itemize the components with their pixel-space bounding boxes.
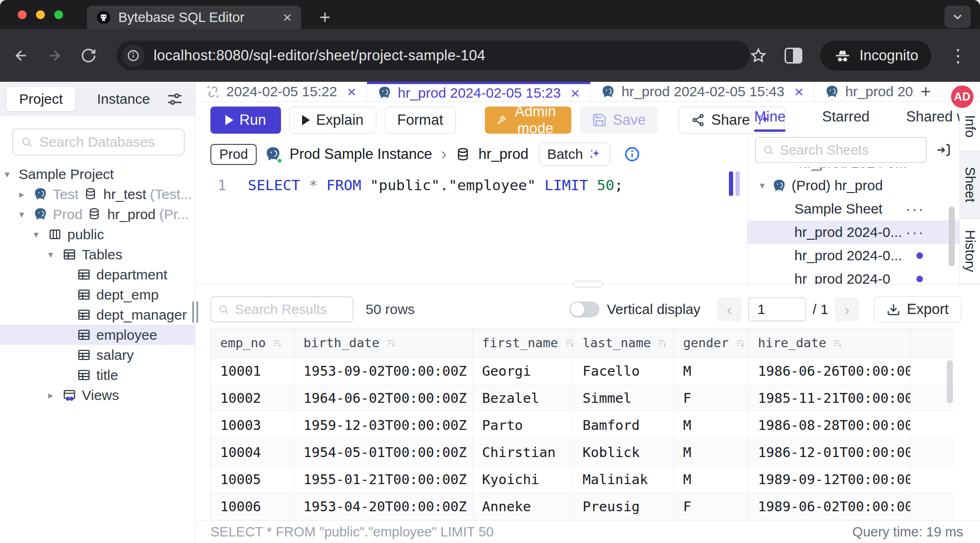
side-panel-icon[interactable] <box>785 48 802 64</box>
cell-emp_no[interactable]: 10003 <box>211 412 294 438</box>
browser-menu-icon[interactable]: ⋮ <box>949 47 967 64</box>
sheet-tab-starred[interactable]: Starred <box>822 102 870 132</box>
table-row[interactable]: 100031959-12-03T00:00:00ZPartoBamfordM19… <box>211 412 954 439</box>
explain-button[interactable]: Explain <box>289 107 376 134</box>
close-tab-icon[interactable]: × <box>570 85 580 101</box>
filter-sliders-icon[interactable] <box>166 90 184 108</box>
split-drag-handle[interactable] <box>573 281 603 287</box>
new-sheet-tab-button[interactable] <box>914 82 938 101</box>
close-tab-icon[interactable]: × <box>347 84 356 100</box>
tab-instance[interactable]: Instance <box>97 91 150 107</box>
cell-emp_no[interactable]: 10004 <box>211 439 294 465</box>
cell-first_name[interactable]: Chirstian <box>473 439 573 465</box>
browser-tab-close-icon[interactable]: × <box>283 10 292 25</box>
editor-scrollbar-marker[interactable] <box>729 171 733 196</box>
run-button[interactable]: Run <box>210 107 281 134</box>
cell-birth_date[interactable]: 1954-05-01T00:00:00Z <box>294 439 473 465</box>
tree-item-title[interactable]: title <box>0 365 195 385</box>
sort-icon[interactable] <box>832 337 843 349</box>
tree-item-sample-project[interactable]: ▾Sample Project <box>0 164 195 184</box>
caret-right-icon[interactable]: ▸ <box>19 189 33 200</box>
bookmark-star-icon[interactable] <box>750 47 767 64</box>
tab-project[interactable]: Project <box>7 87 75 111</box>
editor-tab-4[interactable]: hr_prod 2024-0 <box>814 82 914 101</box>
tree-item-views[interactable]: ▸Views <box>0 385 195 405</box>
cell-last_name[interactable]: Bamford <box>573 412 674 438</box>
caret-down-icon[interactable]: ▾ <box>19 209 33 220</box>
window-zoom-button[interactable] <box>54 10 63 19</box>
sheet-list-scrollbar-thumb[interactable] <box>949 207 955 266</box>
cell-birth_date[interactable]: 1955-01-21T00:00:00Z <box>294 466 473 493</box>
save-button[interactable]: Save <box>580 107 658 134</box>
instance-name[interactable]: Prod Sample Instance <box>289 146 432 163</box>
cell-emp_no[interactable]: 10005 <box>211 466 294 493</box>
tab-search-chevron-button[interactable] <box>944 6 971 28</box>
cell-hire_date[interactable]: 1989-09-12T00:00:00Z <box>749 466 911 493</box>
tree-item-salary[interactable]: salary <box>0 345 195 365</box>
column-header-first_name[interactable]: first_name <box>473 329 573 357</box>
column-header-emp_no[interactable]: emp_no <box>211 329 294 357</box>
cell-gender[interactable]: M <box>674 439 749 465</box>
cell-hire_date[interactable]: 1985-11-21T00:00:00Z <box>749 385 911 411</box>
table-row[interactable]: 100061953-04-20T00:00:00ZAnnekePreusigF1… <box>211 493 954 520</box>
cell-birth_date[interactable]: 1953-09-02T00:00:00Z <box>294 357 473 384</box>
cell-hire_date[interactable]: 1989-06-02T00:00:00Z <box>749 493 911 520</box>
tree-item-dept-manager[interactable]: dept_manager <box>0 305 195 325</box>
cell-first_name[interactable]: Anneke <box>473 493 573 520</box>
results-search-input[interactable] <box>235 302 346 317</box>
sort-icon[interactable] <box>735 337 746 349</box>
url-text[interactable]: localhost:8080/sql-editor/sheet/project-… <box>154 47 485 64</box>
page-number-input[interactable] <box>748 297 806 322</box>
cell-last_name[interactable]: Preusig <box>573 493 674 520</box>
database-search-input[interactable] <box>39 134 176 150</box>
side-tab-history[interactable]: History <box>960 219 980 284</box>
cell-emp_no[interactable]: 10002 <box>211 385 294 411</box>
cell-birth_date[interactable]: 1953-04-20T00:00:00Z <box>294 493 473 520</box>
caret-right-icon[interactable]: ▸ <box>48 390 62 401</box>
database-name[interactable]: hr_prod <box>478 146 528 163</box>
cell-emp_no[interactable]: 10006 <box>211 493 294 520</box>
browser-tab[interactable]: Bytebase SQL Editor × <box>87 6 301 29</box>
column-header-hire_date[interactable]: hire_date <box>749 329 911 357</box>
tree-item-department[interactable]: department <box>0 264 195 285</box>
cell-birth_date[interactable]: 1964-06-02T00:00:00Z <box>294 385 473 411</box>
close-tab-icon[interactable]: × <box>794 84 804 100</box>
caret-down-icon[interactable]: ▾ <box>5 169 19 180</box>
cell-last_name[interactable]: Facello <box>573 357 674 384</box>
cell-gender[interactable]: M <box>674 357 749 384</box>
sheet-item-menu-icon[interactable]: ··· <box>906 200 925 218</box>
previous-page-button[interactable]: ‹ <box>717 297 742 322</box>
sheet-tab-mine[interactable]: Mine <box>754 102 785 132</box>
admin-mode-button[interactable]: Admin mode <box>485 107 571 134</box>
column-header-gender[interactable]: gender <box>674 329 749 357</box>
tree-item-hr-prod[interactable]: ▾Prodhr_prod(Pr... <box>0 204 195 224</box>
table-row[interactable]: 100021964-06-02T00:00:00ZBezalelSimmelF1… <box>211 385 954 412</box>
side-tab-info[interactable]: Info <box>960 102 980 151</box>
cell-first_name[interactable]: Georgi <box>473 357 573 384</box>
batch-button[interactable]: Batch <box>539 143 610 166</box>
cell-hire_date[interactable]: 1986-12-01T00:00:00Z <box>749 439 911 465</box>
info-icon[interactable] <box>624 146 641 163</box>
sheet-item-menu-icon[interactable]: ··· <box>906 224 925 241</box>
sql-statement-line[interactable]: SELECT * FROM "public"."employee" LIMIT … <box>195 170 747 193</box>
cell-gender[interactable]: F <box>674 385 749 411</box>
side-tab-sheet[interactable]: Sheet <box>960 151 980 219</box>
cell-gender[interactable]: M <box>674 412 749 438</box>
vertical-display-toggle[interactable] <box>569 301 599 317</box>
tree-item-public[interactable]: ▾public <box>0 224 195 244</box>
sheet-group-hr-prod[interactable]: ▾(Prod) hr_prod <box>748 174 959 197</box>
window-minimize-button[interactable] <box>36 10 45 19</box>
sheet-item-4[interactable]: hr_prod 2024-0 <box>748 267 959 284</box>
cell-hire_date[interactable]: 1986-06-26T00:00:00Z <box>749 357 911 384</box>
cell-gender[interactable]: F <box>674 493 749 520</box>
sheet-item-1[interactable]: Sample Sheet··· <box>748 197 959 221</box>
tree-item-dept-emp[interactable]: dept_emp <box>0 285 195 305</box>
window-close-button[interactable] <box>18 10 27 19</box>
tree-item-employee[interactable]: employee <box>0 325 195 345</box>
new-tab-button[interactable] <box>314 7 336 28</box>
cell-last_name[interactable]: Koblick <box>573 439 674 465</box>
table-row[interactable]: 100011953-09-02T00:00:00ZGeorgiFacelloM1… <box>211 357 954 385</box>
tree-item-hr-test[interactable]: ▸Testhr_test(Test... <box>0 184 195 204</box>
cell-last_name[interactable]: Simmel <box>573 385 674 411</box>
cell-first_name[interactable]: Kyoichi <box>473 466 573 493</box>
